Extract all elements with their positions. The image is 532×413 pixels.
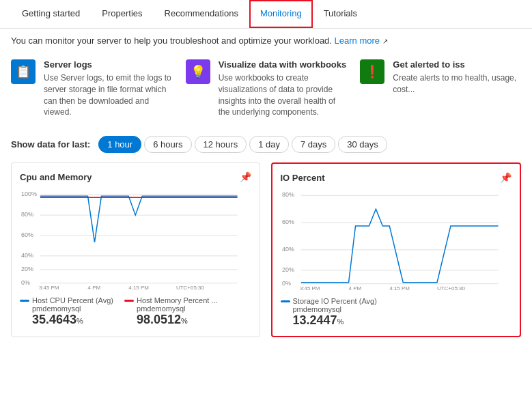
time-selector-label: Show data for last: <box>11 139 90 149</box>
time-btn-1hour[interactable]: 1 hour <box>98 136 141 153</box>
legend-color-cpu <box>20 300 29 302</box>
alerts-description: Create alerts to mo health, usage, cost.… <box>393 72 521 96</box>
info-text: You can monitor your server to help you … <box>11 35 335 46</box>
legend-value-cpu: 35.4643 <box>32 313 76 326</box>
nav-item-monitoring[interactable]: Monitoring <box>249 0 313 28</box>
svg-text:4:15 PM: 4:15 PM <box>389 285 410 291</box>
svg-text:4:15 PM: 4:15 PM <box>128 285 149 290</box>
legend-value-row-io: 13.2447% <box>293 313 377 328</box>
legend-label-cpu: Host CPU Percent (Avg) <box>20 296 113 304</box>
time-btn-12hours[interactable]: 12 hours <box>195 136 247 153</box>
feature-card-alerts: ❗ Get alerted to iss Create alerts to mo… <box>360 59 521 118</box>
nav-item-getting-started[interactable]: Getting started <box>11 0 91 28</box>
navigation: Getting startedPropertiesRecommendations… <box>0 0 532 29</box>
svg-text:100%: 100% <box>21 190 37 197</box>
info-bar: You can monitor your server to help you … <box>0 29 532 53</box>
legend-label-memory: Host Memory Percent ... <box>124 296 218 304</box>
external-link-icon: ↗ <box>382 38 388 45</box>
svg-text:4 PM: 4 PM <box>88 285 101 290</box>
legend-value-memory: 98.0512 <box>137 313 181 326</box>
pin-icon-io-percent[interactable]: 📌 <box>500 172 512 183</box>
legend-color-io <box>281 300 290 302</box>
svg-text:0%: 0% <box>281 280 290 287</box>
svg-text:UTC+05:30: UTC+05:30 <box>176 285 204 290</box>
chart-title-cpu-memory: Cpu and Memory <box>20 172 92 182</box>
svg-text:40%: 40% <box>21 252 33 259</box>
legend-sublabel-memory: pmdemomysql <box>137 304 218 313</box>
time-btn-30days[interactable]: 30 days <box>338 136 387 153</box>
time-selector: Show data for last: 1 hour6 hours12 hour… <box>0 129 532 162</box>
chart-header-io-percent: IO Percent 📌 <box>281 172 512 183</box>
legend-value-row-cpu: 35.4643% <box>32 313 113 327</box>
legend-unit-io: % <box>337 317 344 326</box>
legend-item-memory: Host Memory Percent ... pmdemomysql 98.0… <box>124 296 218 327</box>
learn-more-link[interactable]: Learn more <box>335 35 380 46</box>
workbooks-description: Use workbooks to create visualizations o… <box>219 72 347 118</box>
legend-color-memory <box>124 300 134 302</box>
nav-item-tutorials[interactable]: Tutorials <box>313 0 368 28</box>
legend-row-io-percent: Storage IO Percent (Avg) pmdemomysql 13.… <box>281 297 512 328</box>
svg-text:4 PM: 4 PM <box>348 285 361 291</box>
legend-row-cpu-memory: Host CPU Percent (Avg) pmdemomysql 35.46… <box>20 296 251 327</box>
server-logs-description: Use Server logs, to emit the logs to ser… <box>44 72 172 118</box>
legend-value-row-memory: 98.0512% <box>137 313 218 327</box>
time-btn-7days[interactable]: 7 days <box>292 136 335 153</box>
charts-row: Cpu and Memory 📌 100% 80% 60% 40% 20% 0%… <box>0 162 532 348</box>
svg-text:80%: 80% <box>21 211 33 218</box>
chart-card-io-percent: IO Percent 📌 80% 60% 40% 20% 0% 3:45 PM … <box>271 162 522 337</box>
legend-item-io: Storage IO Percent (Avg) pmdemomysql 13.… <box>281 297 377 328</box>
legend-unit-cpu: % <box>76 317 83 325</box>
svg-text:20%: 20% <box>21 266 33 272</box>
cpu-memory-chart-svg: 100% 80% 60% 40% 20% 0% 3:45 PM 4 PM 4:1… <box>20 188 251 290</box>
nav-item-recommendations[interactable]: Recommendations <box>154 0 249 28</box>
time-btn-1day[interactable]: 1 day <box>249 136 289 153</box>
feature-card-workbooks: 💡 Visualize data with workbooks Use work… <box>186 59 347 118</box>
svg-text:3:45 PM: 3:45 PM <box>299 285 320 291</box>
alerts-icon: ❗ <box>360 59 384 84</box>
feature-card-server-logs: 📋 Server logs Use Server logs, to emit t… <box>11 59 172 118</box>
nav-item-properties[interactable]: Properties <box>91 0 153 28</box>
legend-sublabel-io: pmdemomysql <box>293 305 377 313</box>
legend-label-text-memory: Host Memory Percent ... <box>137 296 218 304</box>
legend-label-io: Storage IO Percent (Avg) <box>281 297 377 305</box>
chart-card-cpu-memory: Cpu and Memory 📌 100% 80% 60% 40% 20% 0%… <box>11 162 260 337</box>
legend-unit-memory: % <box>181 317 188 325</box>
legend-label-text-cpu: Host CPU Percent (Avg) <box>32 296 113 304</box>
chart-title-io-percent: IO Percent <box>281 173 325 183</box>
svg-text:3:45 PM: 3:45 PM <box>39 285 59 290</box>
legend-item-cpu: Host CPU Percent (Avg) pmdemomysql 35.46… <box>20 296 113 327</box>
server-logs-icon: 📋 <box>11 59 36 84</box>
svg-text:UTC+05:30: UTC+05:30 <box>436 285 464 291</box>
svg-text:60%: 60% <box>21 231 33 238</box>
svg-text:60%: 60% <box>281 218 294 225</box>
pin-icon-cpu-memory[interactable]: 📌 <box>240 171 251 182</box>
chart-header-cpu-memory: Cpu and Memory 📌 <box>20 171 251 182</box>
legend-value-io: 13.2447 <box>293 313 337 327</box>
workbooks-title: Visualize data with workbooks <box>219 59 347 70</box>
svg-text:80%: 80% <box>281 191 294 198</box>
legend-label-text-io: Storage IO Percent (Avg) <box>293 297 377 305</box>
feature-row: 📋 Server logs Use Server logs, to emit t… <box>0 53 532 129</box>
svg-text:20%: 20% <box>281 266 294 273</box>
svg-text:0%: 0% <box>21 279 30 286</box>
io-percent-chart-svg: 80% 60% 40% 20% 0% 3:45 PM 4 PM 4:15 PM … <box>281 188 512 291</box>
time-btn-6hours[interactable]: 6 hours <box>144 136 191 153</box>
legend-sublabel-cpu: pmdemomysql <box>32 304 113 313</box>
server-logs-title: Server logs <box>44 59 172 70</box>
alerts-title: Get alerted to iss <box>393 59 521 70</box>
workbooks-icon: 💡 <box>186 59 210 84</box>
svg-text:40%: 40% <box>281 246 294 253</box>
